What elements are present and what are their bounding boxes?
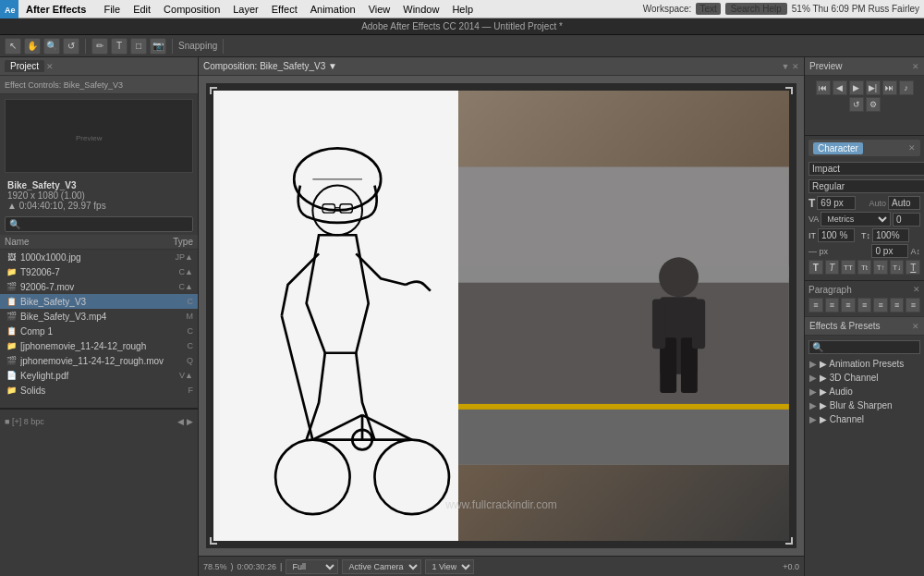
project-search-input[interactable] — [5, 216, 193, 232]
underline-button[interactable]: T — [906, 260, 920, 275]
preview-controls: ⏮ ◀ ▶ ▶| ⏭ ♪ ↺ ⚙ — [805, 76, 924, 116]
preview-play[interactable]: ▶ — [849, 80, 864, 95]
justify-center[interactable]: ≡ — [873, 298, 888, 313]
vert-scale-input[interactable] — [872, 228, 909, 242]
effects-search — [805, 337, 924, 357]
tool-zoom[interactable]: 🔍 — [43, 38, 60, 55]
effects-search-input[interactable] — [808, 340, 920, 354]
effects-close[interactable]: ✕ — [912, 322, 919, 331]
item-type: C — [170, 297, 193, 306]
character-close[interactable]: ✕ — [908, 143, 916, 153]
project-panel-close[interactable]: ✕ — [46, 62, 54, 71]
font-style-input[interactable] — [808, 179, 924, 193]
preview-first[interactable]: ⏮ — [816, 80, 831, 95]
list-item[interactable]: 📁 Solids F — [0, 383, 198, 398]
leading-input[interactable] — [888, 196, 920, 210]
bold-button[interactable]: T — [808, 260, 823, 275]
item-name: Keylight.pdf — [20, 371, 170, 381]
exposure-value: +0.0 — [783, 562, 799, 571]
menu-layer[interactable]: Layer — [227, 2, 264, 17]
list-item[interactable]: 📄 Keylight.pdf V▲ — [0, 368, 198, 383]
effects-label[interactable]: Effects & Presets — [809, 321, 881, 331]
smallcaps-button[interactable]: Tt — [857, 260, 872, 275]
quality-select[interactable]: FullHalfQuarter — [286, 559, 338, 574]
list-item[interactable]: 📁 [jphonemovie_11-24-12_rough C — [0, 338, 198, 353]
list-item[interactable]: 🎬 jphonemovie_11-24-12_rough.mov Q — [0, 353, 198, 368]
preview-audio[interactable]: ♪ — [899, 80, 914, 95]
menu-composition[interactable]: Composition — [158, 2, 225, 17]
effects-item-blur[interactable]: ▶ ▶ Blur & Sharpen — [805, 398, 924, 412]
list-item[interactable]: 📋 Comp 1 C — [0, 324, 198, 338]
comp-tab[interactable]: Composition: Bike_Safety_V3 ▼ — [203, 61, 337, 71]
baseline-input[interactable] — [871, 244, 908, 258]
list-item[interactable]: 🖼 1000x1000.jpg JP▲ — [0, 250, 198, 264]
menu-help[interactable]: Help — [446, 2, 479, 17]
italic-button[interactable]: T — [825, 260, 840, 275]
zoom-level[interactable]: 78.5% — [203, 562, 227, 571]
menu-effect[interactable]: Effect — [266, 2, 303, 17]
preview-settings[interactable]: ⚙ — [866, 97, 881, 112]
preview-loop[interactable]: ↺ — [849, 97, 864, 112]
tool-select[interactable]: ↖ — [5, 38, 21, 55]
preview-next[interactable]: ▶| — [866, 80, 881, 95]
effects-item-animation[interactable]: ▶ ▶ Animation Presets — [805, 357, 924, 371]
main-toolbar: ↖ ✋ 🔍 ↺ ✏ T □ 📷 Snapping — [0, 35, 924, 57]
justify-all[interactable]: ≡ — [906, 298, 920, 313]
list-item[interactable]: 📁 T92006-7 C▲ — [0, 264, 198, 279]
view-select[interactable]: Active Camera — [342, 559, 421, 574]
composition-viewer: www.fullcrackindir.com — [199, 76, 804, 556]
composition-canvas[interactable]: www.fullcrackindir.com — [206, 83, 796, 548]
workspace-value[interactable]: Text — [696, 3, 720, 15]
tracking-value-input[interactable] — [893, 213, 920, 227]
font-size-input[interactable] — [817, 196, 856, 210]
menu-window[interactable]: Window — [397, 2, 444, 17]
search-help[interactable]: Search Help — [725, 3, 787, 15]
item-name: Solids — [20, 386, 170, 396]
list-item[interactable]: 🎬 92006-7.mov C▲ — [0, 279, 198, 294]
tool-pen[interactable]: ✏ — [91, 38, 108, 55]
align-left[interactable]: ≡ — [808, 298, 823, 313]
tool-hand[interactable]: ✋ — [24, 38, 41, 55]
svg-line-16 — [282, 316, 313, 440]
horiz-scale-input[interactable] — [818, 228, 855, 242]
allcaps-button[interactable]: TT — [841, 260, 856, 275]
preview-last[interactable]: ⏭ — [882, 80, 897, 95]
views-select[interactable]: 1 View — [425, 559, 474, 574]
list-item[interactable]: 📋 Bike_Safety_V3 C — [0, 294, 198, 309]
corner-handle-tl — [210, 87, 217, 94]
effects-item-3d[interactable]: ▶ ▶ 3D Channel — [805, 371, 924, 385]
app-name: After Effects — [18, 4, 93, 15]
preview-close[interactable]: ✕ — [912, 62, 919, 71]
tool-text[interactable]: T — [111, 38, 128, 55]
menu-file[interactable]: File — [98, 2, 126, 17]
justify-right[interactable]: ≡ — [890, 298, 905, 313]
item-icon: 🎬 — [5, 354, 18, 367]
tool-shape[interactable]: □ — [130, 38, 147, 55]
font-name-input[interactable] — [808, 162, 924, 176]
paragraph-label[interactable]: Paragraph — [808, 285, 852, 295]
effects-item-label: ▶ Blur & Sharpen — [820, 400, 893, 411]
super-button[interactable]: T↑ — [873, 260, 888, 275]
item-name: jphonemovie_11-24-12_rough.mov — [20, 356, 170, 366]
menu-view[interactable]: View — [363, 2, 396, 17]
effects-item-channel[interactable]: ▶ ▶ Channel — [805, 412, 924, 426]
list-item[interactable]: 🎬 Bike_Safety_V3.mp4 M — [0, 309, 198, 324]
align-center[interactable]: ≡ — [825, 298, 840, 313]
character-label[interactable]: Character — [813, 142, 863, 154]
align-right[interactable]: ≡ — [841, 298, 856, 313]
svg-text:Ae: Ae — [5, 6, 16, 15]
preview-header: Preview ✕ — [805, 57, 924, 76]
tab-project[interactable]: Project — [5, 60, 44, 72]
menu-animation[interactable]: Animation — [305, 2, 361, 17]
tracking-select[interactable]: MetricsOptical — [821, 212, 891, 227]
preview-prev[interactable]: ◀ — [833, 80, 847, 95]
sub-button[interactable]: T↓ — [890, 260, 905, 275]
tool-rotate[interactable]: ↺ — [63, 38, 79, 55]
paragraph-close[interactable]: ✕ — [913, 285, 920, 295]
font-size-row: T Auto — [808, 196, 920, 210]
justify-left[interactable]: ≡ — [857, 298, 872, 313]
tool-camera[interactable]: 📷 — [150, 38, 166, 55]
item-name: [jphonemovie_11-24-12_rough — [20, 341, 170, 351]
menu-edit[interactable]: Edit — [128, 2, 156, 17]
effects-item-audio[interactable]: ▶ ▶ Audio — [805, 385, 924, 398]
